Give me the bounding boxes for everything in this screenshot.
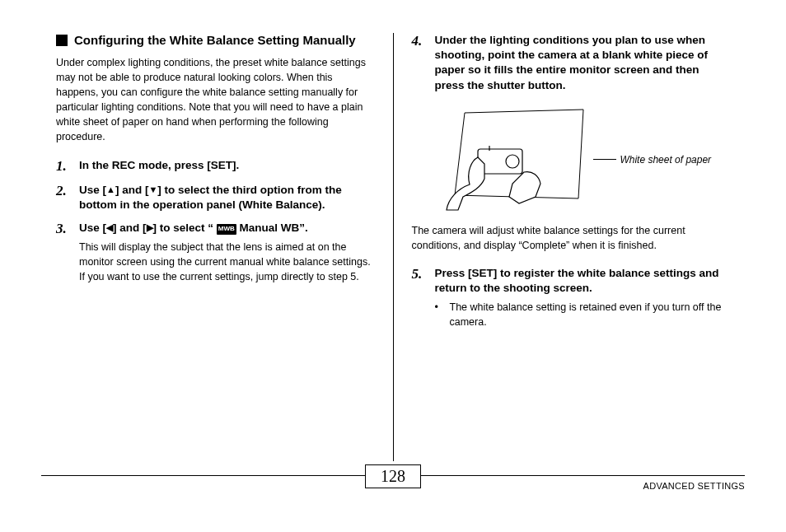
heading-text: Configuring the White Balance Setting Ma…	[74, 33, 356, 49]
step-number: 4.	[412, 33, 428, 93]
step-title: Under the lighting conditions you plan t…	[435, 33, 731, 93]
triangle-down-icon: ▼	[148, 184, 157, 196]
step-title: In the REC mode, press [SET].	[79, 158, 375, 173]
step-number: 1.	[56, 158, 73, 175]
triangle-right-icon: ▶	[147, 222, 153, 234]
caption-text: White sheet of paper	[620, 154, 711, 166]
triangle-up-icon: ▲	[106, 184, 115, 196]
right-column: 4. Under the lighting conditions you pla…	[394, 33, 746, 461]
illustration: White sheet of paper	[412, 106, 731, 213]
svg-point-2	[506, 155, 519, 168]
section-label: ADVANCED SETTINGS	[643, 481, 745, 491]
page-number: 128	[365, 464, 421, 488]
intro-paragraph: Under complex lighting conditions, the p…	[56, 55, 375, 145]
triangle-left-icon: ◀	[106, 222, 113, 234]
section-heading: Configuring the White Balance Setting Ma…	[56, 33, 375, 49]
step-3: 3. Use [◀] and [▶] to select “ MWB Manua…	[56, 221, 375, 284]
step-1: 1. In the REC mode, press [SET].	[56, 158, 375, 175]
bullet-dot-icon: •	[435, 300, 443, 329]
page-content: Configuring the White Balance Setting Ma…	[0, 0, 786, 461]
step-2: 2. Use [▲] and [▼] to select the third o…	[56, 183, 375, 212]
step-number: 3.	[56, 221, 73, 284]
step-number: 2.	[56, 183, 73, 212]
page-footer: 128 ADVANCED SETTINGS	[41, 475, 745, 509]
step-bullet: • The white balance setting is retained …	[435, 300, 731, 329]
step-description: This will display the subject that the l…	[79, 240, 375, 284]
step-5: 5. Press [SET] to register the white bal…	[412, 266, 731, 329]
note-paragraph: The camera will adjust white balance set…	[412, 223, 731, 253]
square-bullet-icon	[56, 35, 68, 46]
illustration-caption: White sheet of paper	[593, 154, 711, 166]
illustration-image	[430, 106, 587, 213]
step-title: Use [▲] and [▼] to select the third opti…	[79, 183, 375, 212]
bullet-text: The white balance setting is retained ev…	[450, 300, 731, 329]
left-column: Configuring the White Balance Setting Ma…	[41, 33, 394, 461]
step-number: 5.	[412, 266, 428, 329]
mwb-icon: MWB	[217, 224, 236, 235]
step-title: Use [◀] and [▶] to select “ MWB Manual W…	[79, 221, 375, 236]
step-4: 4. Under the lighting conditions you pla…	[412, 33, 731, 93]
step-title: Press [SET] to register the white balanc…	[435, 266, 731, 296]
caption-leader-line-icon	[593, 159, 616, 160]
